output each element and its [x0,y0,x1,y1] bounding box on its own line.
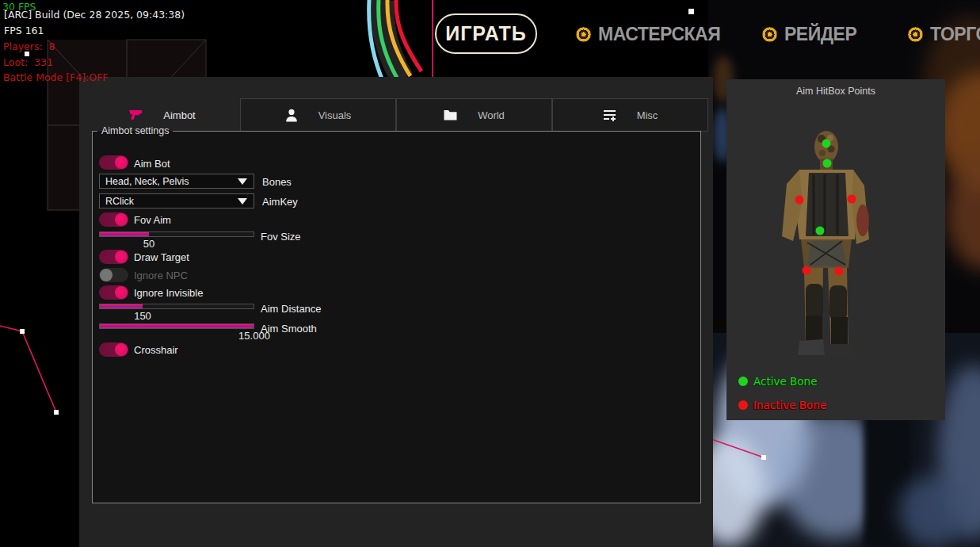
crosshair-toggle[interactable] [99,342,128,357]
bone-dot-left-arm [795,196,804,205]
bones-dropdown[interactable]: Head, Neck, Pelvis [99,174,254,189]
aim-distance-slider[interactable] [99,304,254,309]
legend-label: Active Bone [753,375,817,388]
screen-marker-dot [688,9,694,14]
battle-mode-status: Battle Mode [F4]:OFF [3,70,109,86]
fov-aim-toggle[interactable] [99,212,128,227]
aim-smooth-label: Aim Smooth [261,323,317,335]
draw-target-toggle[interactable] [99,250,128,264]
tab-label: Misc [637,109,658,121]
esp-marker [54,410,59,415]
esp-vertical-line [432,0,433,79]
pistol-icon [129,109,143,121]
ignore-npc-label: Ignore NPC [134,270,188,281]
nav-item-raider[interactable]: РЕЙДЕР [762,24,856,45]
slider-fill [100,232,149,236]
aimkey-label: AimKey [262,196,298,208]
aim-distance-label: Aim Distance [261,303,322,315]
loot-count: Loot: 331 [3,55,53,71]
slider-fill [100,304,143,308]
sliders-icon [603,109,616,121]
legend-inactive-bone: Inactive Bone [738,399,826,411]
aim-distance-value: 150 [134,310,151,322]
fov-aim-label: Fov Aim [134,214,171,226]
esp-marker [20,329,25,334]
ignore-invisible-toggle[interactable] [99,285,128,300]
coin-icon [762,27,777,42]
bones-selected-value: Head, Neck, Pelvis [105,176,189,187]
crosshair-label: Crosshair [134,344,178,356]
chevron-down-icon [238,178,247,185]
bone-dot-head [822,140,831,148]
group-title: Aimbot settings [97,125,173,136]
bone-dot-right-hip [835,267,844,276]
aimkey-dropdown[interactable]: RClick [99,193,254,208]
bones-label: Bones [262,176,292,188]
play-button[interactable]: ИГРАТЬ [435,13,537,54]
build-info: [ARC] Build (Dec 28 2025, 09:43:38) [4,7,185,23]
draw-target-label: Draw Target [134,251,189,263]
aim-hitbox-panel: Aim HitBox Points Active Bone Inactive B… [726,79,945,420]
bone-dot-right-arm [848,195,856,204]
fov-size-slider[interactable] [99,231,254,237]
rainbow-streak [339,0,442,86]
fov-size-label: Fov Size [261,231,301,243]
hitbox-panel-title: Aim HitBox Points [726,86,945,97]
tab-label: Aimbot [163,109,195,121]
ignore-invisible-label: Ignore Invisible [134,287,203,299]
nav-item-workshop[interactable]: МАСТЕРСКАЯ [576,24,720,45]
chevron-down-icon [238,198,247,205]
ignore-npc-toggle[interactable] [99,268,128,282]
nav-item-label: РЕЙДЕР [784,24,856,45]
aim-bot-label: Aim Bot [134,158,170,170]
aim-bot-toggle[interactable] [99,155,128,170]
nav-item-trade[interactable]: ТОРГО [908,24,980,45]
legend-label: Inactive Bone [753,399,826,411]
fov-size-value: 50 [143,238,154,250]
folder-icon [444,109,457,120]
esp-marker [761,455,766,460]
fps-counter: FPS 161 [4,23,44,39]
coin-icon [576,27,591,42]
players-count: Players: 8 [3,39,55,55]
person-icon [285,109,298,122]
nav-item-label: МАСТЕРСКАЯ [598,24,720,45]
bone-dot-pelvis [816,227,825,235]
aimkey-selected-value: RClick [105,196,134,207]
inactive-bone-dot-icon [738,400,748,410]
legend-active-bone: Active Bone [738,375,817,388]
tab-label: World [478,109,505,121]
aim-smooth-slider[interactable] [99,323,254,329]
active-bone-dot-icon [738,377,748,386]
bone-dot-neck [823,159,832,168]
bone-dot-left-hip [803,266,811,275]
cheat-menu-panel: Aimbot Visuals World Misc Aimbot setting… [79,77,713,547]
coin-icon [908,27,923,42]
nav-item-label: ТОРГО [930,24,980,45]
aimbot-settings-group: Aimbot settings Aim Bot Head, Neck, Pelv… [92,125,701,503]
tab-label: Visuals [318,109,352,121]
slider-fill [100,324,254,328]
